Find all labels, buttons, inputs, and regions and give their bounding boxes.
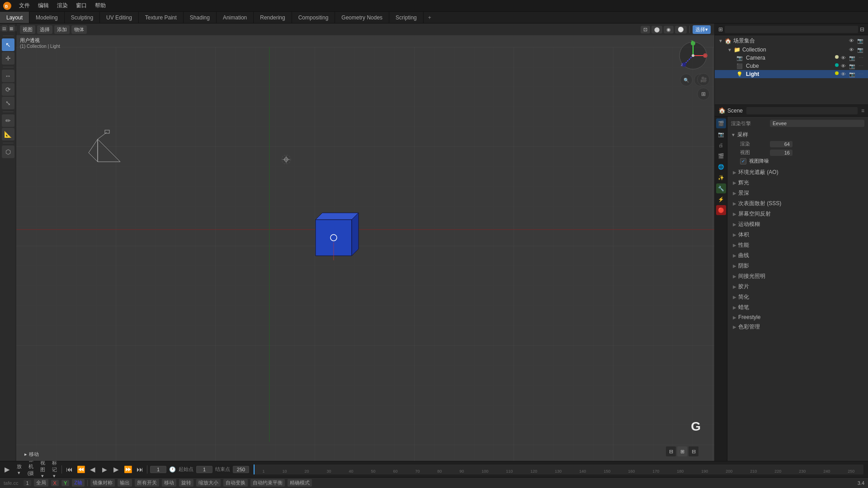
- frame-cursor[interactable]: [254, 465, 255, 474]
- vp-mode-icon-3[interactable]: ⊟: [689, 446, 698, 456]
- auto-transform-btn[interactable]: 自动变换: [223, 479, 248, 487]
- coll-render-icon[interactable]: 📷: [856, 47, 864, 53]
- light-render-icon[interactable]: 📷: [848, 71, 856, 77]
- tool-annotate[interactable]: ✏: [2, 114, 14, 127]
- axis-global-btn[interactable]: 全局: [34, 479, 48, 487]
- menu-render[interactable]: 渲染: [53, 1, 71, 10]
- section-freestyle[interactable]: ▶ Freestyle: [731, 313, 864, 322]
- cam-render-icon[interactable]: 📷: [848, 55, 856, 61]
- section-motion-blur[interactable]: ▶ 运动模糊: [731, 219, 864, 230]
- prop-icon-scene2[interactable]: 📷: [716, 129, 726, 139]
- toolbar-icon-3[interactable]: ▦: [9, 25, 15, 32]
- denoise-checkbox[interactable]: ✓: [740, 158, 746, 164]
- tool-cursor[interactable]: ✛: [2, 52, 14, 65]
- section-curves[interactable]: ▶ 曲线: [731, 250, 864, 261]
- scene-expand-icon[interactable]: ▼: [718, 38, 723, 43]
- menu-file[interactable]: 文件: [15, 1, 33, 10]
- cube-render-icon[interactable]: 📷: [848, 63, 856, 69]
- tool-scale-btn[interactable]: 缩放大小: [196, 479, 221, 487]
- cube-eye-icon[interactable]: 👁: [840, 63, 847, 69]
- tab-modeling[interactable]: Modeling: [29, 12, 65, 23]
- pb-next-frame[interactable]: ⏩: [123, 465, 132, 474]
- light-more-icon[interactable]: ⋯: [858, 71, 864, 77]
- vp-overlay-toggle[interactable]: 选择▾: [693, 25, 711, 34]
- pb-dropdown[interactable]: 放 ▾: [14, 463, 24, 476]
- tab-texture-paint[interactable]: Texture Paint: [139, 12, 184, 23]
- toolbar-icon-1[interactable]: ☰: [0, 25, 0, 32]
- menu-help[interactable]: 帮助: [91, 1, 109, 10]
- section-bloom[interactable]: ▶ 辉光: [731, 178, 864, 188]
- render-sub-value[interactable]: 64: [770, 141, 793, 147]
- light-eye-icon[interactable]: 👁: [840, 71, 847, 77]
- section-ssr[interactable]: ▶ 屏幕空间反射: [731, 209, 864, 219]
- auto-balance-btn[interactable]: 自动约束平衡: [250, 479, 285, 487]
- prop-icon-scene[interactable]: 🎬: [716, 118, 726, 128]
- cube-more-icon[interactable]: ⋯: [858, 63, 864, 69]
- prop-icon-physics[interactable]: 🔴: [716, 205, 726, 215]
- scene-eye-icon[interactable]: 👁: [848, 38, 855, 44]
- section-color-mgmt[interactable]: ▶ 色彩管理: [731, 322, 864, 332]
- properties-search-input[interactable]: [746, 107, 858, 114]
- tool-move[interactable]: ↔: [2, 70, 14, 82]
- section-grease[interactable]: ▶ 蜡笔: [731, 302, 864, 313]
- gizmo-camera-btn[interactable]: 🎥: [697, 73, 710, 86]
- vp-btn-select[interactable]: 选择: [37, 25, 52, 34]
- outliner-item-light[interactable]: 💡 Light 👁 📷 ⋯: [715, 70, 868, 78]
- tab-sculpting[interactable]: Sculpting: [65, 12, 100, 23]
- cube-object[interactable]: [307, 206, 361, 262]
- pb-back-frame[interactable]: ◀: [88, 465, 97, 474]
- prop-icon-output[interactable]: 🖨: [716, 140, 726, 150]
- tab-rendering[interactable]: Rendering: [254, 12, 292, 23]
- outliner-search-input[interactable]: [725, 26, 858, 33]
- pb-icon-1[interactable]: ▶: [3, 465, 12, 474]
- section-dof[interactable]: ▶ 景深: [731, 188, 864, 198]
- collection-name[interactable]: Collection: [742, 47, 766, 53]
- tab-add[interactable]: +: [424, 12, 436, 23]
- gizmo-zoom[interactable]: 🔍: [680, 74, 693, 86]
- outliner-icon-1[interactable]: ⊞: [718, 26, 723, 33]
- pb-jump-end[interactable]: ⏭: [135, 465, 144, 473]
- cube-name[interactable]: Cube: [746, 63, 759, 69]
- scene-render-icon[interactable]: 📷: [856, 38, 864, 44]
- section-simplify[interactable]: ▶ 简化: [731, 292, 864, 302]
- vp-snap-btn[interactable]: 输出: [118, 479, 132, 487]
- pb-jump-start[interactable]: ⏮: [65, 465, 74, 473]
- tab-scripting[interactable]: Scripting: [389, 12, 424, 23]
- camera-name[interactable]: Camera: [746, 55, 765, 61]
- cam-eye-icon[interactable]: 👁: [840, 55, 847, 61]
- axis-z-btn[interactable]: Z轴: [72, 479, 85, 487]
- coll-eye-icon[interactable]: 👁: [848, 47, 855, 53]
- tab-geometry-nodes[interactable]: Geometry Nodes: [335, 12, 389, 23]
- menu-edit[interactable]: 编辑: [34, 1, 52, 10]
- section-ao[interactable]: ▶ 环境光遮蔽 (AO): [731, 167, 864, 178]
- end-frame-input[interactable]: [233, 466, 249, 473]
- tab-animation[interactable]: Animation: [217, 12, 254, 23]
- outliner-item-camera[interactable]: 📷 Camera 👁 📷 ⋯: [715, 54, 868, 62]
- tool-measure[interactable]: 📐: [2, 128, 14, 141]
- current-frame-input[interactable]: [150, 466, 166, 473]
- vp-mode-icon-1[interactable]: ⊟: [666, 446, 676, 456]
- tool-move-btn[interactable]: 移动: [162, 479, 176, 487]
- prop-icon-view[interactable]: 🎬: [716, 151, 726, 161]
- start-frame-input[interactable]: [196, 466, 212, 473]
- sampling-header[interactable]: ▼ 采样: [731, 130, 864, 140]
- axis-all-btn[interactable]: 所有开关: [135, 479, 159, 487]
- vp-btn-object[interactable]: 物体: [71, 25, 87, 34]
- prop-icon-modifier[interactable]: 🔧: [716, 183, 726, 193]
- vp-btn-add[interactable]: 添加: [54, 25, 70, 34]
- pb-prev-frame[interactable]: ⏪: [76, 465, 85, 474]
- tool-scale[interactable]: ⤡: [2, 97, 14, 109]
- precise-mode-btn[interactable]: 精确模式: [288, 479, 312, 487]
- vp-shade-wire[interactable]: ⊡: [641, 26, 650, 33]
- tab-shading[interactable]: Shading: [184, 12, 217, 23]
- tab-compositing[interactable]: Compositing: [292, 12, 335, 23]
- menu-window[interactable]: 窗口: [72, 1, 90, 10]
- section-volumetrics[interactable]: ▶ 体积: [731, 230, 864, 240]
- section-indirect[interactable]: ▶ 间接光照明: [731, 271, 864, 282]
- prop-icon-world[interactable]: 🌐: [716, 162, 726, 172]
- timeline-track[interactable]: 1 10 20 30 40 50 60 70 80 90 100 110 120…: [254, 465, 863, 474]
- axis-y-btn[interactable]: Y: [61, 480, 69, 486]
- pb-dropdown-4[interactable]: 标记 ▾: [50, 460, 59, 479]
- props-filter-btn[interactable]: ≡: [861, 108, 864, 114]
- section-performance[interactable]: ▶ 性能: [731, 240, 864, 250]
